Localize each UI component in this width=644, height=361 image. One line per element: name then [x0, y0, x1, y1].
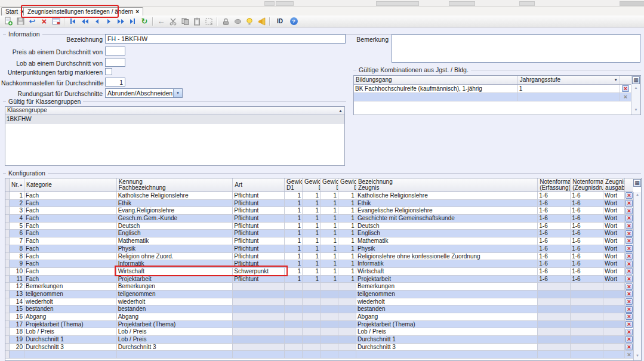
cell-bezeichnung-zeugnis[interactable]: Geschichte mit Gemeinschaftskunde [356, 215, 538, 223]
cell-bezeichnung-zeugnis[interactable]: Durchschnitt 3 [356, 344, 538, 351]
cell-gewicht-d3[interactable] [303, 328, 321, 336]
cell-gewicht-d1[interactable]: 1 [285, 276, 303, 283]
cell-bezeichnung-zeugnis[interactable]: Bemerkungen [356, 283, 538, 291]
cell-klassengruppe[interactable]: 1BKFHW [5, 115, 344, 124]
table-row[interactable]: 8FachReligion ohne Zuord.Pflichtunt1111R… [5, 253, 633, 261]
cell-gewicht-d5[interactable] [338, 283, 356, 291]
delete-record-button[interactable] [38, 16, 50, 27]
cell-art[interactable]: Pflichtunt [233, 223, 285, 230]
cell-notenformat-zeugnisdruck[interactable] [571, 336, 603, 344]
cell-notenformat-zeugnisdruck[interactable]: 1-6 [571, 200, 603, 208]
cell-zeugnisausgabe[interactable] [603, 328, 625, 336]
column-header-klassengruppe[interactable]: Klassengruppe [5, 107, 344, 115]
delete-row-button[interactable] [625, 313, 633, 320]
delete-row-button[interactable] [625, 329, 633, 335]
cell-gewicht-d5[interactable]: 1 [338, 260, 356, 268]
cell-notenformat-zeugnisdruck[interactable] [571, 344, 603, 351]
cell-bezeichnung-zeugnis[interactable]: Religionslehre ohne konfessionelle Zuord… [356, 253, 538, 261]
cell-gewicht-d4[interactable] [321, 344, 338, 351]
unterpunktungen-checkbox[interactable] [105, 68, 112, 75]
cell-gewicht-d5[interactable] [338, 306, 356, 313]
cell-kennung[interactable]: Durchschnitt 3 [117, 344, 233, 351]
cell-gewicht-d3[interactable]: 1 [303, 268, 321, 276]
cell-gewicht-d5[interactable]: 1 [338, 268, 356, 276]
cell-zeugnisausgabe[interactable]: Wort [603, 276, 625, 283]
cell-kategorie[interactable]: Fach [24, 245, 117, 253]
cell-bezeichnung-zeugnis[interactable]: Abgang [356, 313, 538, 321]
cell-nr[interactable]: 7 [10, 237, 24, 245]
cell-gewicht-d4[interactable]: 1 [321, 237, 338, 245]
cell-jahrgangsstufe[interactable]: 1 [518, 85, 620, 93]
nachkommastellen-input[interactable]: 1 [105, 78, 125, 87]
cell-gewicht-d5[interactable]: 1 [338, 200, 356, 208]
cell-kategorie[interactable]: Fach [24, 230, 117, 237]
undo-icon[interactable] [26, 16, 38, 27]
cell-kategorie[interactable]: wiederholt [24, 298, 117, 306]
cell-notenformat-zeugnisdruck[interactable]: 1-6 [571, 253, 603, 261]
cell-gewicht-d5[interactable] [338, 351, 356, 359]
cell-bezeichnung-zeugnis[interactable]: Physik [356, 245, 538, 253]
cell-art[interactable] [233, 351, 285, 359]
cell-gewicht-d5[interactable]: 1 [338, 223, 356, 230]
close-icon[interactable] [135, 9, 139, 15]
cell-kennung[interactable]: Informatik [117, 260, 233, 268]
cell-kennung[interactable]: wiederholt [117, 298, 233, 306]
table-row[interactable]: 11FachProjektarbeitPflichtunt1111Projekt… [5, 276, 633, 283]
cell-kennung[interactable]: teilgenommen [117, 291, 233, 298]
cell-gewicht-d4[interactable]: 1 [321, 260, 338, 268]
cell-notenformat-zeugnisdruck[interactable]: 1-6 [571, 276, 603, 283]
cell-zeugnisausgabe[interactable]: Wort [603, 260, 625, 268]
cell-art[interactable] [233, 313, 285, 321]
cell-kategorie[interactable]: Lob / Preis [24, 328, 117, 336]
cell-notenformat-erfassung[interactable] [538, 321, 571, 329]
column-header-bezeichnung-zeugnis[interactable]: Bezeichnung Zeugnis [356, 178, 538, 192]
cell-zeugnisausgabe[interactable] [603, 351, 625, 359]
cell-gewicht-d1[interactable]: 1 [285, 215, 303, 223]
cell-gewicht-d3[interactable]: 1 [303, 253, 321, 261]
table-row[interactable]: BK Fachhochschulreife (kaufmännisch), 1-… [354, 85, 631, 93]
cell-gewicht-d5[interactable] [338, 344, 356, 351]
cell-bezeichnung-zeugnis[interactable]: Ethik [356, 200, 538, 208]
cell-gewicht-d4[interactable]: 1 [321, 268, 338, 276]
cell-zeugnisausgabe[interactable]: Wort [603, 268, 625, 276]
cell-gewicht-d1[interactable]: 1 [285, 207, 303, 215]
cell-kennung[interactable]: Lob / Preis [117, 336, 233, 344]
cell-gewicht-d5[interactable]: 1 [338, 207, 356, 215]
cell-zeugnisausgabe[interactable] [603, 344, 625, 351]
cell-notenformat-zeugnisdruck[interactable]: 1-6 [571, 230, 603, 237]
cell-kennung[interactable]: Mathematik [117, 237, 233, 245]
column-header-nr[interactable]: Nr. [10, 178, 24, 192]
column-header-kategorie[interactable]: Kategorie [24, 178, 117, 192]
cell-notenformat-erfassung[interactable] [538, 306, 571, 313]
bemerkung-textarea[interactable] [392, 34, 640, 63]
cell-gewicht-d4[interactable] [321, 313, 338, 321]
cell-notenformat-erfassung[interactable] [538, 328, 571, 336]
refresh-button[interactable] [138, 16, 150, 27]
delete-row-button[interactable] [622, 94, 629, 100]
cell-nr[interactable] [10, 351, 24, 359]
cell-art[interactable] [233, 291, 285, 298]
fast-next-button[interactable] [115, 16, 127, 27]
cell-gewicht-d5[interactable] [338, 336, 356, 344]
column-header-gewicht-d1[interactable]: Gewicht D1 [285, 178, 303, 192]
cell-nr[interactable]: 17 [10, 321, 24, 329]
cell-nr[interactable]: 6 [10, 230, 24, 237]
cell-art[interactable] [233, 298, 285, 306]
cell-notenformat-zeugnisdruck[interactable]: 1-6 [571, 207, 603, 215]
column-header-gewicht-d3[interactable]: Gewicht D3 [303, 178, 321, 192]
cell-art[interactable]: Pflichtunt [233, 215, 285, 223]
first-record-button[interactable] [67, 16, 79, 27]
tab-zeugniseinstellungen[interactable]: Zeugniseinstellungen festlegen / ändern [23, 7, 143, 16]
delete-row-button[interactable] [625, 215, 633, 221]
cell-nr[interactable]: 5 [10, 223, 24, 230]
cell-nr[interactable]: 16 [10, 313, 24, 321]
delete-row-button[interactable] [625, 261, 633, 267]
cell-gewicht-d3[interactable]: 1 [303, 276, 321, 283]
konfiguration-scrollbar[interactable] [633, 192, 641, 360]
cell-bildungsgang[interactable] [354, 93, 518, 101]
cell-nr[interactable]: 2 [10, 200, 24, 208]
column-header-gewicht-d5[interactable]: Gewicht D5 [338, 178, 356, 192]
cell-gewicht-d1[interactable]: 1 [285, 230, 303, 237]
cell-kategorie[interactable]: Fach [24, 268, 117, 276]
cell-gewicht-d3[interactable] [303, 351, 321, 359]
